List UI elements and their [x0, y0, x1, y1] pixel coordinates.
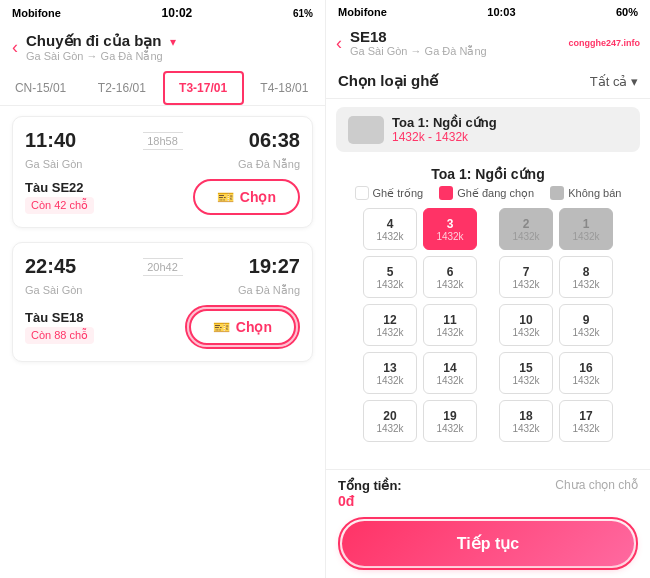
no-seat-selected: Chưa chọn chỗ	[555, 478, 638, 492]
seat-num-14: 14	[443, 361, 456, 375]
seat-20[interactable]: 201432k	[363, 400, 417, 442]
train-name-badge-se22: Tàu SE22 Còn 42 chỗ	[25, 180, 94, 214]
seat-15[interactable]: 151432k	[499, 352, 553, 394]
seat-num-7: 7	[523, 265, 530, 279]
back-button-left[interactable]: ‹	[12, 37, 18, 58]
tab-cn15[interactable]: CN-15/01	[0, 71, 81, 105]
seat-14[interactable]: 141432k	[423, 352, 477, 394]
title-text-left: Chuyến đi của bạn	[26, 32, 162, 49]
seat-7[interactable]: 71432k	[499, 256, 553, 298]
seat-row-2: 121432k111432k101432k91432k	[336, 304, 640, 346]
seat-11[interactable]: 111432k	[423, 304, 477, 346]
seat-num-8: 8	[583, 265, 590, 279]
seat-10[interactable]: 101432k	[499, 304, 553, 346]
total-section: Tổng tiền: 0đ	[338, 478, 402, 509]
right-train-id: SE18	[350, 28, 568, 45]
legend-selecting-box	[439, 186, 453, 200]
subtitle-left: Ga Sài Gòn → Ga Đà Nẵng	[26, 50, 313, 63]
right-header: ‹ SE18 Ga Sài Gòn → Ga Đà Nẵng congghe24…	[326, 24, 650, 64]
seats-badge-se22: Còn 42 chỗ	[25, 197, 94, 214]
seat-3[interactable]: 31432k	[423, 208, 477, 250]
chon-btn-se18[interactable]: 🎫 Chọn	[189, 309, 296, 345]
tab-t418[interactable]: T4-18/01	[244, 71, 325, 105]
seat-num-9: 9	[583, 313, 590, 327]
seat-num-1: 1	[583, 217, 590, 231]
carriage-badge[interactable]: Toa 1: Ngồi cứng 1432k - 1432k	[336, 107, 640, 152]
depart-station-se22: Ga Sài Gòn	[25, 158, 82, 171]
chon-icon-se18: 🎫	[213, 319, 230, 335]
continue-button[interactable]: Tiếp tục	[342, 521, 634, 566]
footer-top: Tổng tiền: 0đ Chưa chọn chỗ	[338, 478, 638, 509]
train-name-se18: Tàu SE18	[25, 310, 94, 325]
carriage-info: Toa 1: Ngồi cứng 1432k - 1432k	[392, 115, 497, 144]
seat-grid-title: Toa 1: Ngồi cứng	[336, 166, 640, 182]
seat-6[interactable]: 61432k	[423, 256, 477, 298]
legend-selecting-label: Ghế đang chọn	[457, 187, 534, 200]
left-panel: Mobifone 10:02 61% ‹ Chuyến đi của bạn ▾…	[0, 0, 325, 578]
carriage-icon	[348, 116, 384, 144]
seat-17[interactable]: 171432k	[559, 400, 613, 442]
total-label: Tổng tiền:	[338, 478, 402, 493]
train-times-se22: 11:40 18h58 06:38	[25, 129, 300, 152]
seat-16[interactable]: 161432k	[559, 352, 613, 394]
legend-unavailable-box	[550, 186, 564, 200]
seat-num-5: 5	[387, 265, 394, 279]
seat-price-1: 1432k	[572, 231, 599, 242]
legend-empty: Ghế trống	[355, 186, 424, 200]
main-title-left: Chuyến đi của bạn ▾	[26, 32, 313, 50]
seat-19[interactable]: 191432k	[423, 400, 477, 442]
seat-price-3: 1432k	[436, 231, 463, 242]
seat-8[interactable]: 81432k	[559, 256, 613, 298]
legend-empty-box	[355, 186, 369, 200]
legend-unavailable-label: Không bán	[568, 187, 621, 199]
tab-t216[interactable]: T2-16/01	[81, 71, 162, 105]
seat-grid: 41432k31432k21432k11432k51432k61432k7143…	[336, 208, 640, 442]
seat-num-20: 20	[383, 409, 396, 423]
train-bottom-se18: Tàu SE18 Còn 88 chỗ 🎫 Chọn	[25, 305, 300, 349]
seat-price-17: 1432k	[572, 423, 599, 434]
seat-12[interactable]: 121432k	[363, 304, 417, 346]
train-list: 11:40 18h58 06:38 Ga Sài Gòn Ga Đà Nẵng …	[0, 106, 325, 578]
seat-num-2: 2	[523, 217, 530, 231]
legend-unavailable: Không bán	[550, 186, 621, 200]
seat-num-11: 11	[443, 313, 456, 327]
battery-right: 60%	[616, 6, 638, 18]
arrive-station-se18: Ga Đà Nẵng	[238, 284, 300, 297]
seat-row-4: 201432k191432k181432k171432k	[336, 400, 640, 442]
seat-num-3: 3	[447, 217, 454, 231]
chon-btn-se22[interactable]: 🎫 Chọn	[193, 179, 300, 215]
tab-t317[interactable]: T3-17/01	[163, 71, 244, 105]
seat-4[interactable]: 41432k	[363, 208, 417, 250]
seat-num-4: 4	[387, 217, 394, 231]
train-name-se22: Tàu SE22	[25, 180, 94, 195]
train-card-se22: 11:40 18h58 06:38 Ga Sài Gòn Ga Đà Nẵng …	[12, 116, 313, 228]
seat-price-18: 1432k	[512, 423, 539, 434]
carrier-right: Mobifone	[338, 6, 387, 18]
seat-legend: Ghế trống Ghế đang chọn Không bán	[336, 186, 640, 200]
seat-price-4: 1432k	[376, 231, 403, 242]
filter-dropdown[interactable]: Tất cả ▾	[590, 74, 638, 89]
seat-13[interactable]: 131432k	[363, 352, 417, 394]
header-title-left: Chuyến đi của bạn ▾ Ga Sài Gòn → Ga Đà N…	[26, 32, 313, 63]
seat-num-13: 13	[383, 361, 396, 375]
seat-price-7: 1432k	[512, 279, 539, 290]
seat-num-16: 16	[579, 361, 592, 375]
total-amount: 0đ	[338, 493, 402, 509]
arrive-time-se22: 06:38	[249, 129, 300, 152]
seat-price-19: 1432k	[436, 423, 463, 434]
dropdown-icon-left[interactable]: ▾	[170, 35, 176, 49]
seat-price-14: 1432k	[436, 375, 463, 386]
date-tabs: CN-15/01 T2-16/01 T3-17/01 T4-18/01	[0, 71, 325, 106]
seat-18[interactable]: 181432k	[499, 400, 553, 442]
back-button-right[interactable]: ‹	[336, 33, 342, 54]
status-bar-right: Mobifone 10:03 60%	[326, 0, 650, 24]
right-header-info: SE18 Ga Sài Gòn → Ga Đà Nẵng	[350, 28, 568, 58]
seat-9[interactable]: 91432k	[559, 304, 613, 346]
seat-price-9: 1432k	[572, 327, 599, 338]
chon-label-se22: Chọn	[240, 189, 276, 205]
depart-time-se18: 22:45	[25, 255, 76, 278]
seat-price-5: 1432k	[376, 279, 403, 290]
seat-row-3: 131432k141432k151432k161432k	[336, 352, 640, 394]
seat-price-11: 1432k	[436, 327, 463, 338]
seat-5[interactable]: 51432k	[363, 256, 417, 298]
